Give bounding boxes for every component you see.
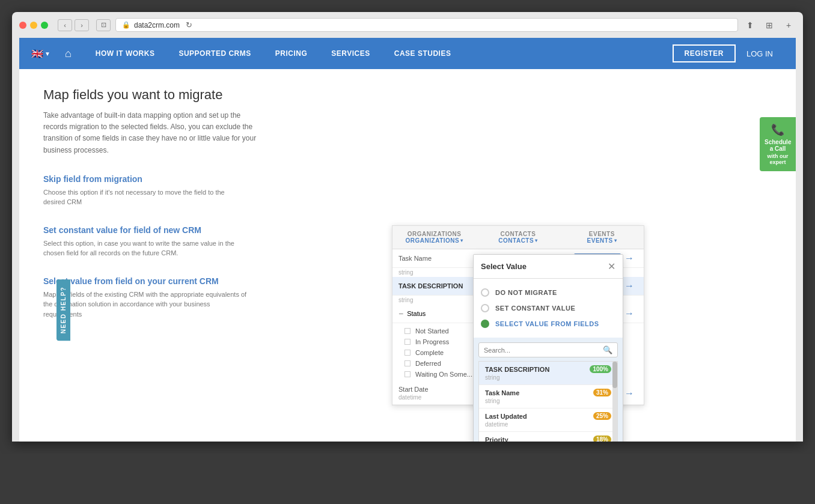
need-help-sidebar[interactable]: NEED HELP? [56,279,70,341]
page-title: Map fields you want to migrate [43,87,772,103]
scrollbar-thumb [612,362,617,388]
flag-icon: 🇬🇧 [31,48,43,59]
schedule-sublabel: with our expert [765,153,791,165]
tab-contacts-sub: CONTACTS ▾ [478,237,557,246]
field-item-task-description[interactable]: TASK DESCRIPTION 100% string [479,362,617,385]
page-description: Take advantage of built-in data mapping … [43,110,260,156]
start-date-arrow[interactable]: → [621,388,638,399]
sidebar-toggle-button[interactable]: ⊡ [96,19,111,31]
lock-icon: 🔒 [122,21,130,29]
tab-events-sub: EVENTS ▾ [563,237,641,246]
radio-select-from-fields [481,320,489,328]
option-select-from-fields[interactable]: SELECT VALUE FROM FIELDS [481,316,615,332]
status-checkbox-waiting[interactable] [404,371,411,377]
tab-button[interactable]: ⊞ [762,19,777,31]
field-pct-task-name: 31% [593,389,611,396]
status-collapse-btn[interactable]: − [398,309,403,318]
dialog-search-section: 🔍 TASK DESCRIPTION 100% string [474,338,623,442]
field-name-task-name: Task Name [485,389,519,396]
dialog-title: Select Value [481,262,527,271]
top-navigation: 🇬🇧 ▼ ⌂ HOW IT WORKS SUPPORTED CRMS PRICI… [19,38,796,69]
tab-contacts-label: CONTACTS [478,231,557,237]
section-skip-desc: Choose this option if it's not necessary… [43,187,248,207]
field-pct-task-description: 100% [590,365,611,373]
status-label-complete: Complete [415,349,444,356]
register-button[interactable]: REGISTER [673,44,736,62]
share-button[interactable]: ⬆ [743,19,757,31]
status-label-deferred: Deferred [415,360,441,367]
field-type-task-description: string [485,374,611,381]
field-item-last-updated[interactable]: Last Updated 25% datetime [479,408,617,432]
tab-organizations[interactable]: ORGANIZATIONS ORGANIZATIONS ▾ [392,226,476,249]
select-value-dialog: Select Value ✕ DO NOT MIGRATE SET CONSTA… [473,254,623,442]
option-do-not-migrate-label: DO NOT MIGRATE [495,289,557,296]
status-label-in-progress: In Progress [415,338,449,345]
dialog-header: Select Value ✕ [474,255,623,279]
option-set-constant-label: SET CONSTANT VALUE [495,305,575,312]
nav-link-case-studies[interactable]: CASE STUDIES [382,38,463,69]
status-checkbox-complete[interactable] [404,350,411,356]
home-nav-icon[interactable]: ⌂ [65,47,72,60]
dialog-close-button[interactable]: ✕ [608,261,615,272]
search-box[interactable]: 🔍 [478,342,618,357]
field-name-task-description: TASK DESCRIPTION [485,366,549,373]
reload-button[interactable]: ↻ [186,20,192,29]
status-label-waiting: Waiting On Some... [415,371,472,378]
task-name-arrow[interactable]: → [621,253,638,264]
nav-link-services[interactable]: SERVICES [319,38,382,69]
nav-links-container: HOW IT WORKS SUPPORTED CRMS PRICING SERV… [84,38,463,69]
tab-organizations-label: ORGANIZATIONS [395,231,474,237]
schedule-label: Schedule a Call [765,139,791,152]
maximize-traffic-light[interactable] [41,22,48,29]
url-display: data2crm.com [134,21,180,29]
migration-tabs: ORGANIZATIONS ORGANIZATIONS ▾ CONTACTS C… [392,226,644,249]
close-traffic-light[interactable] [19,22,26,29]
field-type-last-updated: datetime [485,421,611,428]
phone-icon: 📞 [765,123,791,136]
search-input[interactable] [484,347,603,354]
field-pct-last-updated: 25% [593,412,611,420]
option-do-not-migrate[interactable]: DO NOT MIGRATE [481,285,615,300]
field-item-task-name[interactable]: Task Name 31% string [479,385,617,408]
nav-link-pricing[interactable]: PRICING [263,38,320,69]
status-checkbox-not-started[interactable] [404,328,411,334]
tab-organizations-sub: ORGANIZATIONS ▾ [395,237,474,246]
tab-events-label: EVENTS [563,231,641,237]
field-list-scrollbar[interactable] [612,362,617,442]
radio-do-not-migrate [481,288,489,297]
search-icon: 🔍 [603,345,612,354]
field-name-last-updated: Last Updated [485,413,527,420]
radio-set-constant [481,304,489,312]
nav-link-how-it-works[interactable]: HOW IT WORKS [84,38,167,69]
address-bar[interactable]: 🔒 data2crm.com ↻ [115,18,738,32]
forward-button[interactable]: › [75,19,89,31]
section-skip-title: Skip field from migration [43,174,772,184]
field-item-priority[interactable]: Priority 18% string · enum [479,432,617,442]
field-pct-priority: 18% [593,436,611,442]
main-content: NEED HELP? Map fields you want to migrat… [19,69,796,442]
field-name-priority: Priority [485,436,508,442]
add-tab-button[interactable]: + [781,19,796,31]
language-selector[interactable]: 🇬🇧 ▼ [31,48,50,59]
status-label: Status [407,310,426,317]
status-checkbox-deferred[interactable] [404,360,411,366]
field-type-task-name: string [485,398,611,404]
section-select-desc: Map the fields of the existing CRM with … [43,290,248,320]
back-button[interactable]: ‹ [58,19,72,31]
section-constant-desc: Select this option, in case you want to … [43,238,248,258]
dialog-options: DO NOT MIGRATE SET CONSTANT VALUE SELECT… [474,279,623,338]
status-arrow[interactable]: → [621,308,638,319]
flag-chevron: ▼ [44,50,50,57]
schedule-call-widget[interactable]: 📞 Schedule a Call with our expert [760,117,796,171]
status-checkbox-in-progress[interactable] [404,339,411,345]
option-set-constant[interactable]: SET CONSTANT VALUE [481,300,615,316]
tab-contacts[interactable]: CONTACTS CONTACTS ▾ [476,226,560,249]
nav-link-supported-crms[interactable]: SUPPORTED CRMS [166,38,263,69]
section-skip-field: Skip field from migration Choose this op… [43,174,772,207]
status-label-not-started: Not Started [415,327,449,335]
minimize-traffic-light[interactable] [30,22,37,29]
tab-events[interactable]: EVENTS EVENTS ▾ [560,226,644,249]
option-select-from-fields-label: SELECT VALUE FROM FIELDS [495,320,599,327]
login-button[interactable]: LOG IN [736,46,784,62]
task-description-arrow[interactable]: → [621,281,638,291]
